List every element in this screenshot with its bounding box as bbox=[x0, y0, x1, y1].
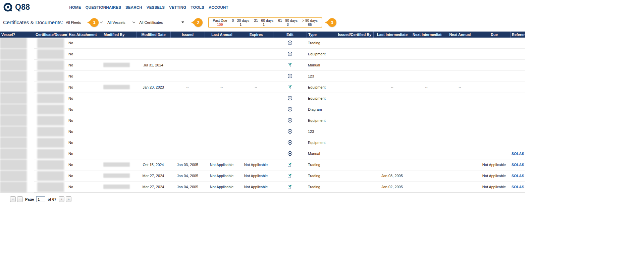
cell-type: Equipment bbox=[307, 115, 336, 126]
redacted-vessel bbox=[0, 182, 27, 193]
edit-entry-button[interactable] bbox=[287, 162, 292, 167]
column-header-type[interactable]: Type bbox=[307, 32, 336, 38]
cell-next_intermediate bbox=[411, 115, 442, 126]
previous-page-button[interactable]: ‹ bbox=[17, 196, 23, 202]
cell-type: Equipment bbox=[307, 49, 336, 60]
cell-next_intermediate bbox=[411, 38, 442, 49]
redacted-modified_by bbox=[103, 173, 130, 178]
redacted-certificate bbox=[37, 171, 64, 181]
next-page-button[interactable]: › bbox=[59, 196, 64, 202]
add-entry-button[interactable] bbox=[287, 73, 292, 79]
q88-logo[interactable]: Q88 bbox=[3, 2, 30, 12]
cell-last_annual bbox=[205, 93, 239, 104]
cell-expires bbox=[239, 104, 273, 115]
cell-modified_date: Jul 31, 2024 bbox=[136, 60, 170, 71]
summary-item-past-due[interactable]: Past Due109 bbox=[210, 19, 229, 26]
add-entry-button[interactable] bbox=[287, 140, 292, 145]
edit-entry-button[interactable] bbox=[287, 85, 292, 90]
table-row: NoJul 31, 2024Manual bbox=[0, 60, 525, 71]
column-header-next_intermediate[interactable]: Next Intermediate bbox=[411, 32, 442, 38]
cell-reference bbox=[510, 82, 525, 93]
summary-value: 109 bbox=[217, 22, 223, 27]
cell-vessel bbox=[0, 182, 34, 193]
nav-link-questionnaires[interactable]: QUESTIONNAIRES bbox=[86, 5, 121, 9]
add-entry-button[interactable] bbox=[287, 151, 292, 156]
redacted-certificate bbox=[37, 138, 64, 148]
nav-link-vetting[interactable]: VETTING bbox=[169, 5, 186, 9]
nav-link-tools[interactable]: TOOLS bbox=[191, 5, 204, 9]
edit-entry-button[interactable] bbox=[287, 62, 292, 67]
column-header-last_annual[interactable]: Last Annual bbox=[205, 32, 239, 38]
add-entry-button[interactable] bbox=[287, 51, 292, 56]
summary-item-90-days[interactable]: > 90 days65 bbox=[300, 19, 320, 26]
chevron-down-icon bbox=[100, 20, 103, 23]
cell-modified_date: Mar 27, 2024 bbox=[136, 170, 170, 182]
summary-item-61-90-days[interactable]: 61 - 90 days3 bbox=[276, 19, 300, 26]
column-header-reference[interactable]: Reference bbox=[510, 32, 525, 38]
q88-logo-icon bbox=[3, 2, 13, 12]
edit-entry-button[interactable] bbox=[287, 173, 292, 178]
column-header-issued[interactable]: Issued bbox=[170, 32, 205, 38]
reference-link[interactable]: SOLAS bbox=[512, 163, 524, 167]
add-entry-button[interactable] bbox=[287, 40, 292, 45]
column-header-modified_by[interactable]: Modified By bbox=[102, 32, 136, 38]
column-header-modified_date[interactable]: Modified Date bbox=[136, 32, 170, 38]
reference-link[interactable]: SOLAS bbox=[512, 185, 524, 189]
column-header-issued_certified_by[interactable]: Issued/Certified By bbox=[336, 32, 373, 38]
cell-issued_certified_by bbox=[336, 60, 373, 71]
cell-vessel bbox=[0, 71, 34, 82]
column-header-next_annual[interactable]: Next Annual bbox=[442, 32, 478, 38]
page-number-input[interactable] bbox=[36, 196, 45, 202]
table-row: NoMar 27, 2024Jan 04, 2005Not Applicable… bbox=[0, 182, 525, 193]
last-page-button[interactable]: » bbox=[66, 196, 71, 202]
summary-item-0-30-days[interactable]: 0 - 30 days1 bbox=[229, 19, 252, 26]
first-page-button[interactable]: « bbox=[10, 196, 16, 202]
reference-link[interactable]: SOLAS bbox=[512, 152, 524, 156]
cell-next_intermediate bbox=[411, 170, 442, 182]
edit-entry-button[interactable] bbox=[287, 184, 292, 189]
summary-label: Past Due bbox=[213, 18, 227, 22]
add-entry-button[interactable] bbox=[287, 96, 292, 101]
vessel-filter-select[interactable]: All Vessels bbox=[106, 19, 136, 26]
cell-last_intermediate: Jan 02, 2005 bbox=[373, 182, 411, 193]
add-entry-button[interactable] bbox=[287, 118, 292, 123]
cell-last_annual bbox=[205, 49, 239, 60]
main-nav: HOMEQUESTIONNAIRESSEARCHVESSELSVETTINGTO… bbox=[69, 5, 228, 9]
column-header-last_intermediate[interactable]: Last Intermediate bbox=[373, 32, 411, 38]
cell-vessel bbox=[0, 60, 34, 71]
column-header-certificate[interactable]: Certificate/Document? bbox=[34, 32, 67, 38]
cell-issued bbox=[170, 104, 205, 115]
cell-modified_by bbox=[102, 104, 136, 115]
fleet-filter-select[interactable]: All Fleets 1 bbox=[65, 19, 104, 26]
cell-last_intermediate bbox=[373, 159, 411, 170]
redacted-certificate bbox=[37, 116, 64, 125]
triangle-down-icon bbox=[181, 21, 184, 23]
cell-modified_date bbox=[136, 49, 170, 60]
table-row: NoOct 15, 2024Jan 03, 2005Not Applicable… bbox=[0, 159, 525, 170]
cell-next_intermediate bbox=[411, 93, 442, 104]
summary-item-31-60-days[interactable]: 31 - 60 days1 bbox=[252, 19, 276, 26]
cell-certificate bbox=[34, 104, 67, 115]
cell-has_attachment: No bbox=[67, 126, 102, 137]
nav-link-home[interactable]: HOME bbox=[69, 5, 81, 9]
cell-expires: -- bbox=[239, 82, 273, 93]
nav-link-vessels[interactable]: VESSELS bbox=[147, 5, 165, 9]
redacted-modified_by bbox=[103, 63, 130, 67]
cell-vessel bbox=[0, 126, 34, 137]
column-header-edit[interactable]: Edit bbox=[273, 32, 307, 38]
cell-last_intermediate bbox=[373, 38, 411, 49]
nav-link-search[interactable]: SEARCH bbox=[125, 5, 142, 9]
cell-next_intermediate bbox=[411, 148, 442, 159]
cell-vessel bbox=[0, 38, 34, 49]
add-entry-button[interactable] bbox=[287, 107, 292, 112]
certificate-filter-select[interactable]: All Certificates bbox=[138, 19, 185, 26]
annotation-badge-3: 3 bbox=[328, 18, 336, 27]
add-entry-button[interactable] bbox=[287, 129, 292, 134]
reference-link[interactable]: SOLAS bbox=[512, 174, 524, 178]
cell-reference bbox=[510, 137, 525, 148]
nav-link-account[interactable]: ACCOUNT bbox=[209, 5, 228, 9]
column-header-vessel[interactable]: Vessel? bbox=[0, 32, 34, 38]
column-header-has_attachment[interactable]: Has Attachment bbox=[67, 32, 102, 38]
column-header-expires[interactable]: Expires bbox=[239, 32, 273, 38]
column-header-due[interactable]: Due bbox=[478, 32, 510, 38]
